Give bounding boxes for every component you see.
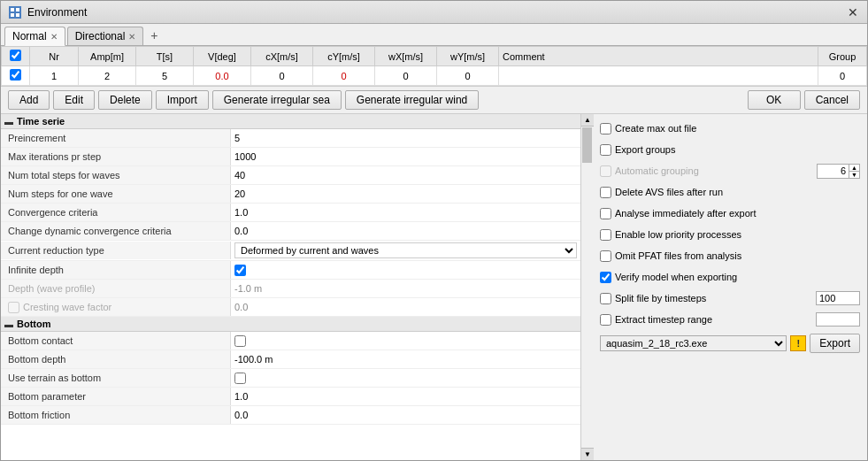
auto-grouping-checkbox[interactable] — [600, 165, 611, 177]
change-conv-value: 0.0 — [231, 222, 580, 240]
omit-pfat-checkbox[interactable] — [600, 250, 611, 262]
omit-pfat-label[interactable]: Omit PFAT files from analysis — [600, 250, 860, 262]
scroll-thumb[interactable] — [582, 127, 592, 163]
export-groups-checkbox[interactable] — [600, 144, 611, 156]
verify-model-label[interactable]: Verify model when exporting — [600, 272, 860, 283]
tab-normal[interactable]: Normal ✕ — [4, 27, 65, 46]
bottom-collapse-icon[interactable]: ▬ — [4, 319, 13, 329]
generate-sea-button[interactable]: Generate irregular sea — [212, 90, 342, 110]
add-button[interactable]: Add — [8, 90, 50, 110]
col-v: V[deg] — [194, 47, 251, 66]
environment-table: Nr Amp[m] T[s] V[deg] cX[m/s] cY[m/s] wX… — [1, 46, 867, 86]
delete-avs-label[interactable]: Delete AVS files after run — [600, 187, 860, 198]
right-panel: Create max out file Export groups Automa… — [593, 114, 867, 460]
bottom-friction-value: 0.0 — [231, 406, 580, 424]
spin-down[interactable]: ▼ — [849, 172, 859, 178]
convergence-value: 1.0 — [231, 204, 580, 221]
time-serie-label: Time serie — [17, 116, 65, 127]
extract-timestep-checkbox[interactable] — [600, 314, 611, 326]
bottom-contact-value[interactable] — [231, 332, 580, 350]
num-steps-label: Num steps for one wave — [1, 185, 231, 203]
delete-avs-checkbox[interactable] — [600, 187, 611, 198]
bottom-depth-value: -100.0 m — [231, 350, 580, 368]
omit-pfat-row: Omit PFAT files from analysis — [600, 247, 860, 265]
export-groups-label[interactable]: Export groups — [600, 144, 860, 156]
auto-grouping-input[interactable] — [818, 165, 849, 177]
split-file-label[interactable]: Split file by timesteps — [600, 293, 812, 304]
ok-button[interactable]: OK — [748, 90, 801, 110]
spin-up[interactable]: ▲ — [849, 165, 859, 172]
close-button[interactable]: ✕ — [846, 5, 860, 19]
scroll-bar[interactable]: ▲ ▼ — [580, 114, 593, 460]
infinite-depth-row: Infinite depth — [1, 261, 580, 280]
infinite-depth-checkbox[interactable] — [234, 265, 246, 276]
title-bar: Environment ✕ — [1, 1, 867, 24]
select-all-checkbox[interactable] — [10, 50, 21, 61]
bottom-contact-checkbox[interactable] — [234, 335, 246, 347]
col-comment: Comment — [499, 47, 818, 66]
scroll-up-button[interactable]: ▲ — [581, 114, 594, 127]
export-button[interactable]: Export — [810, 334, 860, 353]
row-checkbox[interactable] — [10, 69, 21, 81]
low-priority-label[interactable]: Enable low priority processes — [600, 229, 860, 241]
split-file-text: Split file by timesteps — [615, 293, 706, 303]
delete-button[interactable]: Delete — [98, 90, 152, 110]
export-select[interactable]: aquasim_2_18_rc3.exe — [600, 335, 787, 351]
create-max-checkbox[interactable] — [600, 123, 611, 134]
import-button[interactable]: Import — [156, 90, 209, 110]
window-title: Environment — [27, 6, 87, 19]
low-priority-text: Enable low priority processes — [615, 229, 741, 240]
cancel-button[interactable]: Cancel — [804, 90, 860, 110]
edit-button[interactable]: Edit — [53, 90, 95, 110]
bottom-label: Bottom — [17, 319, 51, 329]
current-reduction-value[interactable]: Deformed by current and waves — [231, 241, 580, 260]
scroll-track — [581, 164, 593, 448]
terrain-label: Use terrain as bottom — [1, 369, 231, 387]
settings-scroll-area[interactable]: ▬ Time serie Preincrement 5 Max iteratio… — [1, 114, 593, 460]
content-area: Nr Amp[m] T[s] V[deg] cX[m/s] cY[m/s] wX… — [1, 46, 867, 460]
split-file-checkbox[interactable] — [600, 293, 611, 304]
cresting-value: 0.0 — [231, 298, 580, 316]
cresting-text: 0.0 — [234, 302, 248, 312]
bottom-depth-label: Bottom depth — [1, 350, 231, 368]
auto-grouping-text: Automatic grouping — [615, 165, 699, 176]
collapse-icon[interactable]: ▬ — [4, 117, 13, 127]
low-priority-checkbox[interactable] — [600, 229, 611, 241]
tab-directional-close[interactable]: ✕ — [128, 32, 135, 42]
scroll-down-button[interactable]: ▼ — [581, 448, 594, 460]
num-total-text: 40 — [234, 170, 245, 181]
tab-directional[interactable]: Directional ✕ — [67, 27, 144, 45]
max-iter-row: Max iterations pr step 1000 — [1, 148, 580, 166]
export-groups-row: Export groups — [600, 141, 860, 158]
terrain-checkbox[interactable] — [234, 373, 246, 384]
tab-normal-close[interactable]: ✕ — [50, 32, 58, 42]
svg-rect-4 — [16, 13, 19, 17]
current-reduction-select[interactable]: Deformed by current and waves — [234, 242, 577, 258]
infinite-depth-value[interactable] — [231, 261, 580, 279]
col-amp: Amp[m] — [79, 47, 136, 66]
terrain-value[interactable] — [231, 369, 580, 387]
extract-timestep-text: Extract timestep range — [615, 314, 712, 325]
tab-add-button[interactable]: + — [145, 26, 163, 45]
extract-timestep-label[interactable]: Extract timestep range — [600, 314, 812, 326]
extract-timestep-input[interactable] — [816, 312, 860, 327]
svg-rect-3 — [11, 13, 14, 17]
verify-model-checkbox[interactable] — [600, 272, 611, 283]
auto-grouping-spin: ▲ ▼ — [817, 164, 860, 179]
analyse-label[interactable]: Analyse immediately after export — [600, 208, 860, 219]
cresting-checkbox[interactable] — [8, 302, 19, 313]
create-max-label[interactable]: Create max out file — [600, 123, 860, 134]
split-file-input[interactable] — [816, 291, 860, 305]
omit-pfat-text: Omit PFAT files from analysis — [615, 250, 741, 261]
lower-area: ▬ Time serie Preincrement 5 Max iteratio… — [1, 114, 867, 460]
col-nr: Nr — [30, 47, 79, 66]
row-check-cell[interactable] — [2, 66, 30, 86]
row-cx: 0 — [251, 66, 313, 86]
generate-wind-button[interactable]: Generate irregular wind — [345, 90, 479, 110]
num-steps-text: 20 — [234, 188, 245, 199]
warn-icon: ! — [790, 335, 806, 351]
bottom-friction-text: 0.0 — [234, 410, 248, 420]
tab-directional-label: Directional — [75, 30, 126, 42]
analyse-checkbox[interactable] — [600, 208, 611, 219]
row-wx: 0 — [375, 66, 437, 86]
